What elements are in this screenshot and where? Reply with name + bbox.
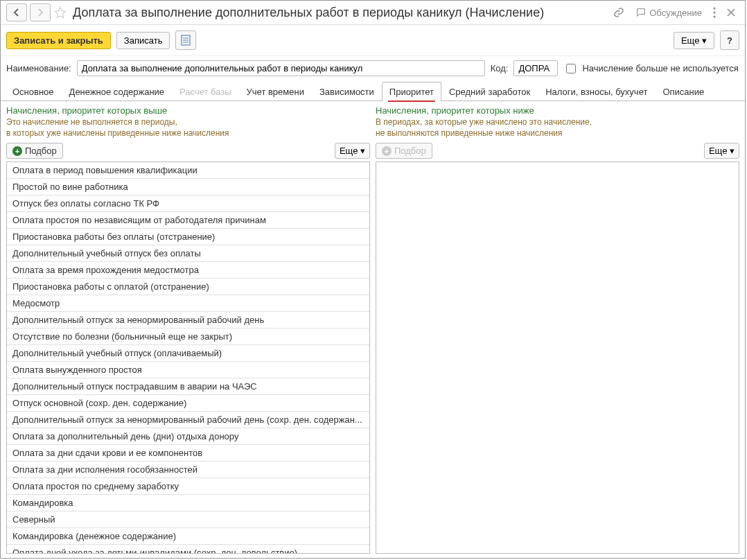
document-action-icon[interactable] [175,30,196,50]
lower-desc: В периодах, за которые уже начислено это… [376,117,739,139]
higher-priority-col: Начисления, приоритет которых выше Это н… [6,105,370,554]
save-button[interactable]: Записать [116,32,170,49]
discussion-label: Обсуждение [649,8,702,18]
tab-monetary[interactable]: Денежное содержание [62,82,172,101]
list-item[interactable]: Дополнительный учебный отпуск (оплачивае… [7,345,369,362]
plus-icon: + [12,146,22,156]
lower-title: Начисления, приоритет которых ниже [376,105,739,116]
list-item[interactable]: Приостановка работы без оплаты (отстране… [7,229,369,245]
list-item[interactable]: Северный [7,511,369,528]
lower-priority-col: Начисления, приоритет которых ниже В пер… [376,105,739,554]
svg-point-1 [714,12,716,14]
svg-point-0 [714,8,716,10]
list-item[interactable]: Командировка [7,495,369,511]
discontinued-checkbox-input[interactable] [566,64,576,73]
list-item[interactable]: Отпуск основной (сохр. ден. содержание) [7,395,369,412]
name-label: Наименование: [6,63,71,73]
tab-priority[interactable]: Приоритет [382,82,441,101]
tab-deps[interactable]: Зависимости [312,82,382,101]
window-toolbar: Доплата за выполнение дополнительных раб… [1,1,745,25]
more-button[interactable]: Еще [674,32,714,49]
higher-more-button[interactable]: Еще [335,143,370,159]
name-field[interactable] [77,60,485,76]
discontinued-checkbox[interactable]: Начисление больше не используется [563,62,738,76]
link-icon[interactable] [609,4,629,21]
higher-title: Начисления, приоритет которых выше [6,105,370,116]
form-row: Наименование: Код: Начисление больше не … [1,56,745,80]
list-item[interactable]: Оплата за дни исполнения гособязанностей [7,462,369,478]
tab-avg[interactable]: Средний заработок [441,82,538,101]
list-item[interactable]: Отпуск без оплаты согласно ТК РФ [7,195,369,212]
list-item[interactable]: Дополнительный отпуск за ненормированный… [7,412,369,428]
tab-main[interactable]: Основное [5,82,62,101]
list-item[interactable]: Отсутствие по болезни (больничный еще не… [7,329,369,345]
list-item[interactable]: Оплата в период повышения квалификации [7,162,369,179]
save-close-button[interactable]: Записать и закрыть [6,32,111,49]
list-item[interactable]: Оплата за дополнительный день (дни) отды… [7,428,369,445]
code-field[interactable] [513,60,558,76]
code-label: Код: [491,63,509,73]
tab-bar: Основное Денежное содержание Расчет базы… [1,82,745,101]
tab-taxes[interactable]: Налоги, взносы, бухучет [538,82,655,101]
favorite-star-icon[interactable] [53,6,67,19]
list-item[interactable]: Оплата простоя по среднему заработку [7,478,369,495]
command-bar: Записать и закрыть Записать Еще ? [1,25,745,56]
lower-toolbar: + Подбор Еще [376,143,739,159]
kebab-menu-icon[interactable] [709,4,720,21]
higher-desc: Это начисление не выполняется в периоды,… [6,117,370,139]
plus-icon: + [382,146,392,156]
help-button[interactable]: ? [720,30,739,50]
list-item[interactable]: Оплата за время прохождения медостмотра [7,262,369,279]
list-item[interactable]: Дополнительный отпуск пострадавшим в ава… [7,378,369,395]
forward-button[interactable] [30,3,51,21]
lower-select-button[interactable]: + Подбор [376,143,432,159]
list-item[interactable]: Оплата вынужденного простоя [7,362,369,378]
list-item[interactable]: Оплата простоя по независящим от работод… [7,212,369,229]
higher-toolbar: + Подбор Еще [6,143,370,159]
list-item[interactable]: Командировка (денежное содержание) [7,528,369,545]
list-item[interactable]: Оплата дней ухода за детьми-инвалидами (… [7,545,369,554]
discontinued-label: Начисление больше не используется [582,63,738,73]
back-button[interactable] [6,3,27,21]
list-item[interactable]: Дополнительный отпуск за ненормированный… [7,312,369,329]
higher-list[interactable]: Оплата в период повышения квалификацииПр… [6,161,370,554]
discussion-button[interactable]: Обсуждение [631,4,706,21]
lower-list[interactable] [376,161,739,554]
svg-point-2 [714,16,716,18]
list-item[interactable]: Приостановка работы с оплатой (отстранен… [7,279,369,295]
list-item[interactable]: Простой по вине работника [7,179,369,195]
lower-more-button[interactable]: Еще [704,143,739,159]
app-window: Доплата за выполнение дополнительных раб… [0,0,746,559]
list-item[interactable]: Дополнительный учебный отпуск без оплаты [7,245,369,262]
close-icon[interactable] [723,6,739,19]
tab-time[interactable]: Учет времени [239,82,312,101]
window-title: Доплата за выполнение дополнительных раб… [73,6,544,20]
tab-base: Расчет базы [172,82,239,101]
list-item[interactable]: Оплата за дни сдачи крови и ее компонент… [7,445,369,462]
higher-select-button[interactable]: + Подбор [6,143,63,159]
tab-desc[interactable]: Описание [655,82,712,101]
list-item[interactable]: Медосмотр [7,295,369,312]
priority-columns: Начисления, приоритет которых выше Это н… [1,101,745,558]
